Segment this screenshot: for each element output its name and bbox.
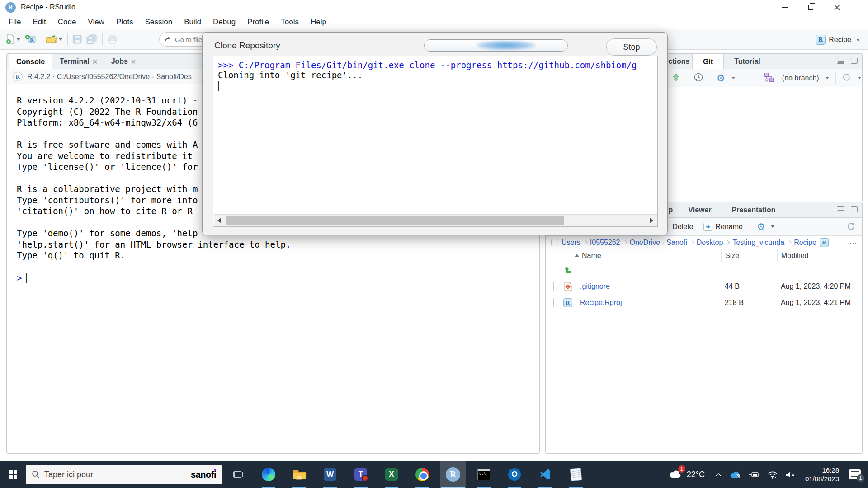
maximize-pane-icon[interactable] [851, 58, 858, 64]
wifi-icon[interactable] [768, 471, 778, 479]
stop-button[interactable]: Stop [606, 38, 657, 56]
volume-muted-icon[interactable] [785, 471, 795, 479]
breadcrumb-users[interactable]: Users [561, 239, 580, 247]
menu-help[interactable]: Help [305, 15, 332, 29]
branch-selector[interactable]: (no branch) [782, 74, 819, 82]
taskbar-rstudio[interactable]: R [440, 461, 466, 488]
minimize-button[interactable] [774, 0, 795, 14]
scroll-right-arrow[interactable] [646, 215, 657, 226]
menu-file[interactable]: File [3, 15, 27, 29]
new-file-button[interactable] [4, 32, 23, 47]
tab-console[interactable]: Console [9, 54, 52, 69]
chevron-up-icon[interactable] [715, 472, 722, 477]
column-modified[interactable]: Modified [777, 249, 862, 262]
notification-badge: 1 [857, 474, 864, 482]
refresh-icon[interactable] [842, 73, 851, 84]
scroll-left-arrow[interactable] [214, 215, 225, 226]
new-project-button[interactable]: R [23, 32, 38, 47]
chevron-down-icon[interactable] [731, 77, 735, 79]
breadcrumb-recipe[interactable]: Recipe [794, 239, 816, 247]
horizontal-scrollbar[interactable] [214, 214, 657, 226]
taskbar-word[interactable]: W [317, 461, 343, 488]
git-branch-icon[interactable] [764, 72, 774, 84]
table-row-rproj[interactable]: R Recipe.Rproj 218 B Aug 1, 2023, 4:21 P… [546, 295, 862, 311]
menu-edit[interactable]: Edit [27, 15, 52, 29]
text-cursor [26, 273, 27, 283]
taskbar-chrome[interactable] [410, 461, 435, 488]
tab-git[interactable]: Git [692, 54, 724, 69]
tab-terminal[interactable]: Terminal [52, 54, 104, 69]
clock-widget[interactable]: 16:28 01/08/2023 [805, 466, 839, 483]
column-size[interactable]: Size [721, 249, 777, 262]
titlebar: R Recipe - RStudio [0, 0, 868, 15]
menu-profile[interactable]: Profile [241, 15, 275, 29]
console-prompt-line[interactable]: > [17, 272, 539, 284]
menu-view[interactable]: View [82, 15, 110, 29]
save-all-button[interactable] [84, 32, 99, 47]
task-view-button[interactable] [225, 461, 250, 488]
windows-logo-icon [9, 470, 17, 479]
taskbar-search-input[interactable]: Taper ici pour sanofi [26, 465, 222, 484]
project-name: Recipe [829, 36, 851, 44]
menu-plots[interactable]: Plots [110, 15, 139, 29]
table-row-updir[interactable]: .. [546, 262, 862, 278]
rproj-cube-icon: R [816, 35, 826, 45]
menu-tools[interactable]: Tools [275, 15, 305, 29]
rename-button[interactable]: ➜ Rename [703, 223, 743, 231]
breadcrumb-user-id[interactable]: I0555262 [590, 239, 620, 247]
menu-code[interactable]: Code [52, 15, 82, 29]
project-selector[interactable]: R Recipe [816, 32, 860, 47]
start-button[interactable] [0, 461, 26, 488]
battery-icon[interactable] [748, 471, 760, 478]
weather-widget[interactable]: 1 22°C [669, 469, 705, 480]
print-button[interactable] [105, 32, 120, 47]
taskbar-edge[interactable] [256, 461, 281, 488]
breadcrumb-testing-vicunda[interactable]: Testing_vicunda [732, 239, 784, 247]
tab-tutorial[interactable]: Tutorial [726, 54, 769, 69]
table-row-gitignore[interactable]: .gitignore 44 B Aug 1, 2023, 4:20 PM [546, 278, 862, 295]
tab-jobs[interactable]: Jobs [104, 54, 142, 69]
toolbar-separator [710, 73, 710, 84]
row-checkbox[interactable] [553, 298, 554, 307]
git-gear-icon[interactable]: ⚙ [717, 74, 725, 83]
column-name[interactable]: Name [546, 249, 721, 262]
minimize-pane-icon[interactable] [837, 58, 844, 64]
breadcrumb-more-button[interactable]: ... [844, 236, 862, 249]
close-icon[interactable] [93, 60, 97, 64]
maximize-pane-icon[interactable] [851, 206, 858, 212]
close-icon[interactable] [131, 60, 135, 64]
select-all-checkbox[interactable] [551, 239, 558, 246]
onedrive-icon[interactable] [730, 471, 741, 478]
git-push-button[interactable] [671, 73, 680, 84]
taskbar-notepad[interactable] [563, 461, 589, 488]
taskbar-outlook[interactable]: O [502, 461, 527, 488]
toolbar-separator [67, 33, 68, 45]
notification-center-button[interactable]: 1 [849, 469, 861, 479]
chevron-down-icon[interactable] [826, 77, 829, 79]
scrollbar-thumb[interactable] [226, 216, 564, 225]
taskbar-teams[interactable]: T [348, 461, 373, 488]
refresh-icon[interactable] [847, 222, 856, 233]
taskbar-vscode[interactable] [533, 461, 558, 488]
minimize-pane-icon[interactable] [837, 206, 844, 212]
restore-button[interactable] [800, 0, 821, 14]
row-checkbox[interactable] [553, 282, 554, 291]
tab-presentation[interactable]: Presentation [723, 202, 784, 218]
chevron-down-icon[interactable] [858, 77, 861, 79]
open-file-button[interactable] [44, 32, 65, 47]
files-gear-icon[interactable]: ⚙ [757, 222, 765, 231]
save-button[interactable] [71, 32, 84, 47]
taskbar-explorer[interactable] [287, 461, 312, 488]
breadcrumb-onedrive[interactable]: OneDrive - Sanofi [630, 239, 687, 247]
menu-debug[interactable]: Debug [207, 15, 241, 29]
menu-session[interactable]: Session [139, 15, 178, 29]
git-history-button[interactable] [693, 72, 703, 84]
menu-build[interactable]: Build [178, 15, 207, 29]
taskbar-terminal[interactable]: C:\ [471, 461, 496, 488]
breadcrumb-desktop[interactable]: Desktop [697, 239, 723, 247]
close-button[interactable] [826, 0, 847, 14]
taskbar-excel[interactable]: X [379, 461, 404, 488]
chevron-down-icon[interactable] [771, 225, 774, 228]
r-version-text: R 4.2.2 · C:/Users/I0555262/OneDrive - S… [27, 73, 192, 81]
tab-viewer[interactable]: Viewer [679, 202, 720, 218]
